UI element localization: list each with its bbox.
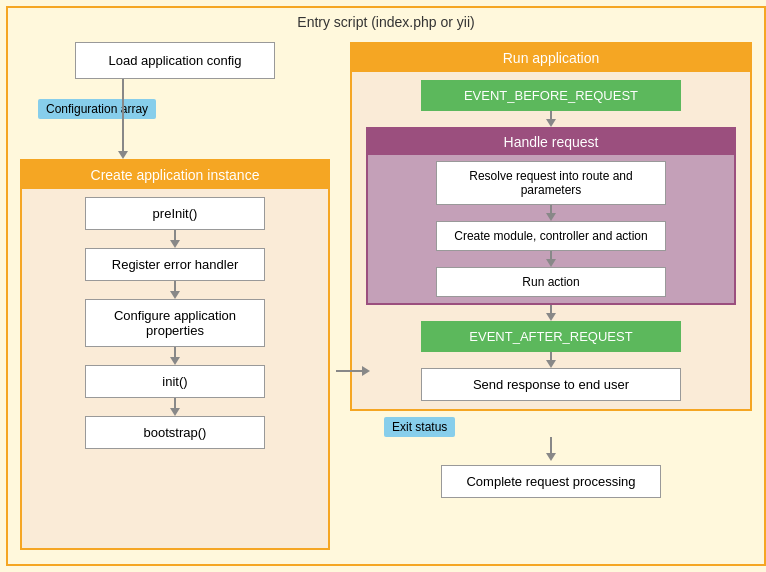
handle-request-body: Resolve request into route and parameter… <box>368 155 734 303</box>
run-app-box: Run application EVENT_BEFORE_REQUEST Han… <box>350 42 752 411</box>
send-response-box: Send response to end user <box>421 368 681 401</box>
step-run-action: Run action <box>436 267 666 297</box>
config-badge: Configuration array <box>38 99 156 119</box>
outer-title: Entry script (index.php or yii) <box>8 8 764 34</box>
main-content: Load application config Configuration ar… <box>8 34 764 558</box>
arrow-before <box>546 111 556 127</box>
arrow-h1 <box>546 205 556 221</box>
run-app-title: Run application <box>352 44 750 72</box>
load-config-label: Load application config <box>109 53 242 68</box>
outer-frame: Entry script (index.php or yii) Load app… <box>6 6 766 566</box>
arrow-2 <box>170 281 180 299</box>
arrow-final <box>546 437 556 461</box>
right-bottom: Exit status Complete request processing <box>350 417 752 498</box>
step-resolve-request: Resolve request into route and parameter… <box>436 161 666 205</box>
event-before-request: EVENT_BEFORE_REQUEST <box>421 80 681 111</box>
arrow-4 <box>170 398 180 416</box>
step-error-handler: Register error handler <box>85 248 265 281</box>
step-configure-props: Configure application properties <box>85 299 265 347</box>
create-app-title: Create application instance <box>22 161 328 189</box>
event-after-request: EVENT_AFTER_REQUEST <box>421 321 681 352</box>
run-app-body: EVENT_BEFORE_REQUEST Handle request Reso… <box>352 72 750 409</box>
exit-status-badge: Exit status <box>384 417 455 437</box>
h-arrow-connector <box>336 366 370 376</box>
arrow-1 <box>170 230 180 248</box>
step-init: init() <box>85 365 265 398</box>
right-column: Run application EVENT_BEFORE_REQUEST Han… <box>350 42 752 550</box>
left-column: Load application config Configuration ar… <box>20 42 330 550</box>
handle-request-box: Handle request Resolve request into rout… <box>366 127 736 305</box>
arrow-send <box>546 352 556 368</box>
complete-request-box: Complete request processing <box>441 465 661 498</box>
arrow-3 <box>170 347 180 365</box>
load-config-box: Load application config <box>75 42 275 79</box>
arrow-h2 <box>546 251 556 267</box>
step-create-module: Create module, controller and action <box>436 221 666 251</box>
create-app-box: Create application instance preInit() Re… <box>20 159 330 550</box>
step-preinit: preInit() <box>85 197 265 230</box>
create-app-body: preInit() Register error handler <box>22 189 328 457</box>
step-bootstrap: bootstrap() <box>85 416 265 449</box>
handle-request-title: Handle request <box>368 129 734 155</box>
arrow-after <box>546 305 556 321</box>
